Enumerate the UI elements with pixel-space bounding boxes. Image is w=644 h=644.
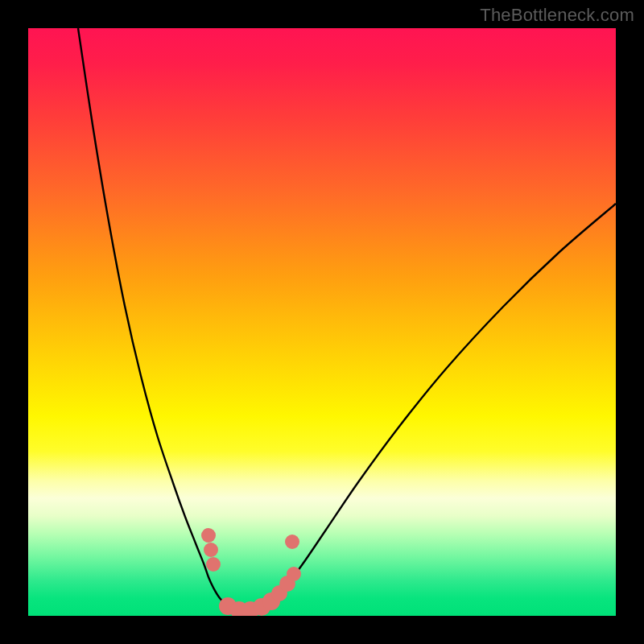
chart-frame: TheBottleneck.com [0,0,644,644]
dot [201,528,216,543]
bottleneck-dots [201,528,301,616]
dot [206,557,221,572]
dot [204,543,218,557]
curve-right [242,204,616,613]
curve-left [78,28,242,613]
dot [285,535,299,549]
plot-area [28,28,616,616]
dot [287,567,301,581]
curve-svg [28,28,616,616]
watermark-text: TheBottleneck.com [480,5,634,26]
